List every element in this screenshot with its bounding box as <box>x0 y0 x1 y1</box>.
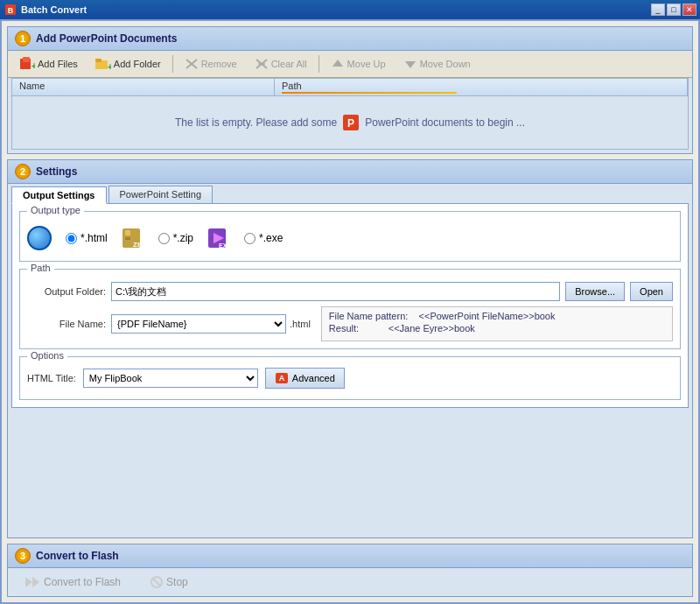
section3-number: 3 <box>15 548 31 564</box>
svg-marker-14 <box>405 61 416 68</box>
move-down-button[interactable]: Move Down <box>396 54 479 74</box>
remove-icon <box>185 58 199 70</box>
section1-title: Add PowerPoint Documents <box>36 32 177 45</box>
svg-marker-27 <box>32 577 39 587</box>
options-row: HTML Title: My FlipBook A Advanced <box>27 364 673 392</box>
window-controls: _ □ ✕ <box>651 4 696 16</box>
html-title-label: HTML Title: <box>27 373 76 383</box>
zip-icon: ZIP <box>122 228 144 249</box>
section2-number: 2 <box>15 164 31 179</box>
path-legend: Path <box>27 263 54 273</box>
remove-button[interactable]: Remove <box>177 54 245 74</box>
section2-header: 2 Settings <box>8 160 692 184</box>
path-group: Path Output Folder: Browse... Open File … <box>19 269 681 349</box>
output-folder-row: Output Folder: Browse... Open <box>27 282 673 301</box>
svg-rect-19 <box>125 237 130 240</box>
advanced-button[interactable]: A Advanced <box>265 368 345 389</box>
col-name: Name <box>12 79 275 95</box>
output-folder-input[interactable] <box>111 282 560 301</box>
html-title-select[interactable]: My FlipBook <box>83 369 258 388</box>
output-type-legend: Output type <box>27 205 84 215</box>
stop-icon <box>150 576 163 588</box>
section1-header: 1 Add PowerPoint Documents <box>8 27 692 51</box>
close-button[interactable]: ✕ <box>682 4 696 16</box>
svg-text:A: A <box>279 374 285 383</box>
section3-title: Convert to Flash <box>36 550 119 562</box>
file-name-select[interactable]: {PDF FileName} <box>111 314 286 334</box>
svg-marker-13 <box>332 60 343 67</box>
result-row: Result: <<Jane Eyre>>book <box>329 323 665 334</box>
section-settings: 2 Settings Output Settings PowerPoint Se… <box>7 159 693 538</box>
radio-exe[interactable] <box>244 233 256 244</box>
filename-pattern-box: File Name pattern: <<PowerPoint FileName… <box>321 306 673 341</box>
section3-header: 3 Convert to Flash <box>8 544 692 568</box>
clear-all-button[interactable]: Clear All <box>247 54 315 74</box>
svg-text:+: + <box>108 62 111 71</box>
open-button[interactable]: Open <box>630 282 673 301</box>
radio-zip[interactable] <box>158 233 170 244</box>
clear-all-icon <box>255 58 269 70</box>
output-type-row: *.html ZIP *.zip <box>27 219 673 254</box>
add-folder-button[interactable]: + Add Folder <box>88 53 169 74</box>
options-group: Options HTML Title: My FlipBook A Advanc… <box>19 356 681 400</box>
section-convert: 3 Convert to Flash Convert to Flash Stop <box>7 544 693 597</box>
tab-output-settings-content: Output type *.html ZIP <box>11 203 689 408</box>
radio-zip-option[interactable]: *.zip <box>158 232 193 244</box>
svg-rect-18 <box>125 230 130 235</box>
main-window: 1 Add PowerPoint Documents + Add Files +… <box>0 19 700 604</box>
convert-to-flash-button[interactable]: Convert to Flash <box>13 572 132 593</box>
svg-text:EXE: EXE <box>219 242 230 249</box>
file-list-container: Name Path The list is empty. Please add … <box>11 78 689 150</box>
app-icon: B <box>4 3 18 17</box>
move-down-icon <box>403 58 417 70</box>
settings-tabs: Output Settings PowerPoint Setting <box>8 184 692 203</box>
svg-text:+: + <box>32 61 35 71</box>
list-header: Name Path <box>12 79 688 96</box>
section1-number: 1 <box>15 31 31 46</box>
options-legend: Options <box>27 350 67 361</box>
convert-toolbar: Convert to Flash Stop <box>8 568 692 596</box>
add-files-button[interactable]: + Add Files <box>11 53 86 74</box>
documents-toolbar: + Add Files + Add Folder Remove <box>8 51 692 78</box>
toolbar-separator-2 <box>318 55 319 73</box>
tab-output-settings[interactable]: Output Settings <box>11 186 107 204</box>
svg-marker-26 <box>25 577 32 587</box>
move-up-button[interactable]: Move Up <box>323 54 394 74</box>
powerpoint-icon: P <box>342 114 360 131</box>
output-folder-label: Output Folder: <box>27 286 106 297</box>
move-up-icon <box>331 58 345 70</box>
svg-text:ZIP: ZIP <box>133 241 144 249</box>
svg-text:P: P <box>347 117 354 130</box>
browse-button[interactable]: Browse... <box>565 282 625 301</box>
window-title: Batch Convert <box>21 4 651 15</box>
radio-html-option[interactable]: *.html <box>66 232 108 244</box>
stop-button[interactable]: Stop <box>139 572 200 593</box>
section2-title: Settings <box>36 165 77 178</box>
advanced-icon: A <box>275 372 289 384</box>
file-name-label: File Name: <box>27 319 106 329</box>
tab-powerpoint-setting[interactable]: PowerPoint Setting <box>108 186 214 203</box>
path-underline <box>282 92 457 94</box>
section-add-documents: 1 Add PowerPoint Documents + Add Files +… <box>7 26 693 154</box>
radio-exe-option[interactable]: *.exe <box>244 232 283 244</box>
svg-rect-3 <box>23 57 30 62</box>
file-name-row: File Name: {PDF FileName} .html File Nam… <box>27 306 673 341</box>
minimize-button[interactable]: _ <box>651 4 665 16</box>
maximize-button[interactable]: □ <box>667 4 681 16</box>
convert-icon <box>24 576 40 588</box>
toolbar-separator-1 <box>172 55 173 73</box>
pattern-value: <<PowerPoint FileName>>book <box>419 311 556 321</box>
result-value: <<Jane Eyre>>book <box>388 323 475 334</box>
col-path: Path <box>275 79 688 95</box>
svg-rect-6 <box>95 59 102 62</box>
title-bar: B Batch Convert _ □ ✕ <box>0 0 700 19</box>
svg-line-29 <box>153 579 160 586</box>
output-type-group: Output type *.html ZIP <box>19 211 681 262</box>
radio-html[interactable] <box>66 233 77 244</box>
result-label: Result: <box>329 323 359 334</box>
list-empty-message: The list is empty. Please add some P Pow… <box>12 96 688 149</box>
svg-text:B: B <box>8 6 14 15</box>
globe-icon <box>27 226 52 250</box>
add-folder-icon: + <box>95 57 111 71</box>
ext-label: .html <box>286 319 314 329</box>
